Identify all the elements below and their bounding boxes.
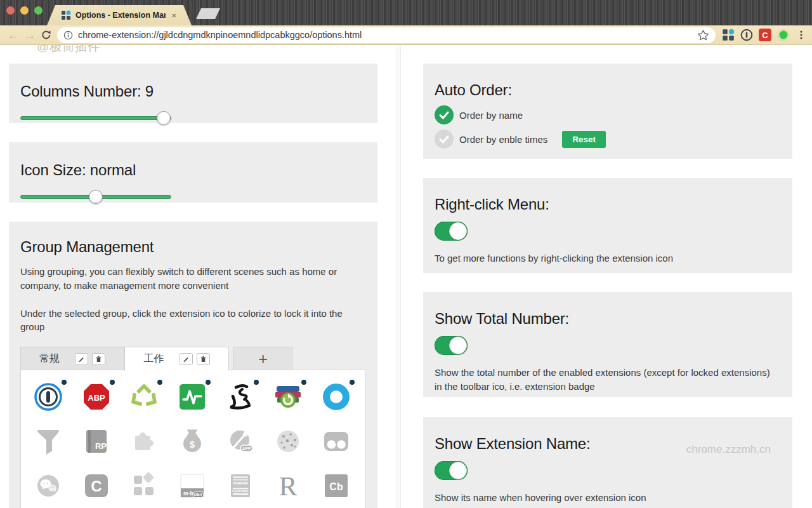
extension-icon-pulse-monitor[interactable] <box>178 383 207 412</box>
auto-order-title: Auto Order: <box>435 81 781 99</box>
extension-icon-c-rounded[interactable]: C <box>82 472 112 501</box>
extension-icon-cb-square[interactable]: Cb <box>322 472 351 501</box>
extension-icon-money-bag[interactable]: $ <box>178 427 207 457</box>
add-group-tab[interactable]: + <box>233 347 292 370</box>
icon-size-title: Icon Size: normal <box>20 161 366 179</box>
show-total-number-card: Show Total Number: Show the total number… <box>423 292 792 397</box>
svg-text:RP: RP <box>95 441 107 451</box>
svg-text:Cb: Cb <box>329 481 343 492</box>
back-icon[interactable]: ← <box>5 29 22 41</box>
slider-thumb[interactable] <box>157 111 171 125</box>
columns-number-title: Columns Number: 9 <box>20 83 366 100</box>
browser-tab[interactable]: Options - Extension Manager × <box>47 5 192 25</box>
columns-number-slider[interactable] <box>20 111 171 125</box>
options-page: @极简插件 Columns Number: 9 Icon Size: norma… <box>0 45 812 508</box>
extension-icon-adblock-plus[interactable]: ABP <box>82 383 112 412</box>
extension-icon-books-refresh[interactable] <box>274 383 303 412</box>
group-management-title: Group Management <box>20 238 366 256</box>
reset-button[interactable]: Reset <box>562 131 606 148</box>
extension-icon-app-tool[interactable]: APP <box>226 427 256 457</box>
extension-icon-tamper-chrome[interactable]: TAMPERCHROME <box>226 472 256 501</box>
extension-manager-icon[interactable] <box>722 29 735 41</box>
extension-icon-puzzle[interactable] <box>130 427 159 457</box>
close-window-button[interactable] <box>6 6 15 15</box>
auto-order-card: Auto Order: Order by name Order by enble… <box>423 64 792 159</box>
group-tab-gongzuo-active[interactable]: 工作 <box>124 347 229 371</box>
slider-thumb[interactable] <box>89 190 103 204</box>
toggle-knob[interactable] <box>449 337 467 354</box>
right-click-menu-card: Right-click Menu: To get more functions … <box>423 178 792 273</box>
toggle-knob[interactable] <box>449 462 467 479</box>
order-by-enable-times-label: Order by enble times <box>459 134 547 145</box>
right-click-menu-toggle[interactable] <box>435 222 468 241</box>
order-by-name-check-icon[interactable] <box>435 105 454 124</box>
watermark-top: @极简插件 <box>37 45 100 55</box>
extension-icon-rp-notebook[interactable]: RP <box>82 427 112 457</box>
extension-icon-mb-dev[interactable]: m-bDEV <box>178 472 207 501</box>
show-extension-name-toggle[interactable] <box>435 461 468 480</box>
extension-icon-cookie[interactable] <box>274 427 303 457</box>
column-divider <box>396 45 401 508</box>
extension-icon-onepassword[interactable] <box>34 383 63 412</box>
new-tab-button[interactable] <box>196 8 220 19</box>
extension-icon-four-squares[interactable] <box>130 472 159 501</box>
locked-badge-icon <box>301 380 306 385</box>
tab-close-icon[interactable]: × <box>170 11 178 20</box>
delete-group-icon[interactable] <box>92 353 105 365</box>
group-management-desc-1: Using grouping, you can flexibly switch … <box>20 265 344 293</box>
url-bar[interactable]: chrome-extension://gjldcdngmdknpinoemndl… <box>57 27 716 43</box>
locked-badge-icon <box>254 380 259 385</box>
show-total-number-title: Show Total Number: <box>435 310 781 328</box>
slider-track[interactable] <box>20 116 171 120</box>
svg-text:m-b: m-b <box>183 490 193 497</box>
edit-group-icon[interactable] <box>75 353 88 365</box>
order-by-enable-times-check-icon[interactable] <box>435 130 454 149</box>
extension-icon-r-serif[interactable]: R <box>274 472 303 501</box>
toggle-knob[interactable] <box>449 222 467 240</box>
group-management-card: Group Management Using grouping, you can… <box>9 222 377 508</box>
page-info-icon[interactable] <box>63 30 73 40</box>
delete-group-icon[interactable] <box>197 353 210 365</box>
svg-text:ABP: ABP <box>88 393 105 403</box>
group-tab-changgui[interactable]: 常规 <box>20 347 124 370</box>
right-click-menu-title: Right-click Menu: <box>435 196 781 213</box>
extension-icon-two-circles[interactable] <box>322 427 351 457</box>
locked-badge-icon <box>157 380 162 385</box>
browser-toolbar: ← → chrome-extension://gjldcdngmdknpinoe… <box>0 25 812 45</box>
icon-size-slider[interactable] <box>20 190 171 204</box>
edit-group-icon[interactable] <box>180 353 193 365</box>
extension-icon-grid: ABPRP$APPCm-bDEVTAMPERCHROMERCb <box>20 370 365 508</box>
plus-icon: + <box>258 349 268 369</box>
tab-favicon-icon <box>61 10 71 20</box>
browser-titlebar: Options - Extension Manager × <box>0 0 812 25</box>
url-text[interactable]: chrome-extension://gjldcdngmdknpinoemndl… <box>78 30 692 40</box>
zoom-window-button[interactable] <box>34 6 43 15</box>
svg-text:R: R <box>279 472 298 500</box>
onepassword-toolbar-icon[interactable] <box>740 29 753 41</box>
traffic-lights <box>6 6 43 15</box>
toolbar-extensions: C <box>722 29 807 41</box>
show-total-number-desc: Show the total number of the enabled ext… <box>435 366 777 394</box>
show-extension-name-card: Show Extension Name: chrome.zzzmh.cn Sho… <box>423 417 792 508</box>
minimize-window-button[interactable] <box>20 6 29 15</box>
red-c-extension-icon[interactable]: C <box>759 29 771 41</box>
tab-title: Options - Extension Manager <box>75 11 166 20</box>
svg-text:DEV: DEV <box>194 492 203 497</box>
extension-icon-recycle[interactable] <box>130 383 159 412</box>
green-dot-extension-icon[interactable] <box>777 29 790 41</box>
show-extension-name-desc: Show its name when hovering over extensi… <box>435 491 781 505</box>
bookmark-star-icon[interactable] <box>697 29 709 41</box>
forward-icon[interactable]: → <box>22 29 38 41</box>
extension-icon-funnel[interactable] <box>34 427 63 457</box>
group-management-desc-2: Under the selected group, click the exte… <box>20 307 344 335</box>
menu-kebab-icon[interactable] <box>796 29 807 41</box>
locked-badge-icon <box>110 380 115 385</box>
svg-text:C: C <box>762 30 768 40</box>
reload-icon[interactable] <box>38 29 55 41</box>
svg-text:CHROME: CHROME <box>232 489 249 493</box>
show-total-number-toggle[interactable] <box>435 336 468 355</box>
extension-icon-blue-ring[interactable] <box>322 383 351 412</box>
extension-icon-wechat[interactable] <box>34 472 63 501</box>
watermark-corner: chrome.zzzmh.cn <box>686 443 771 456</box>
extension-icon-calligraphy[interactable] <box>226 383 256 412</box>
